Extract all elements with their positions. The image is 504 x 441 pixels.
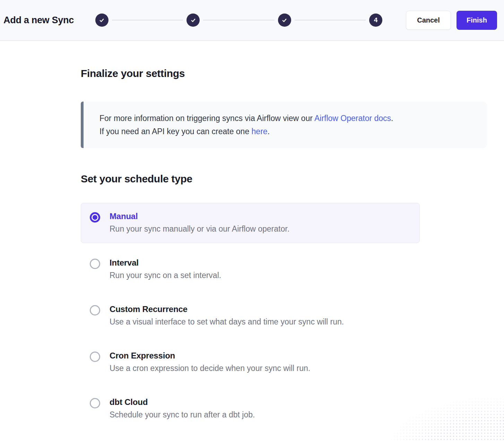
option-description: Use a visual interface to set what days … xyxy=(110,317,344,327)
option-label: Manual xyxy=(110,211,289,221)
step-4-current[interactable]: 4 xyxy=(369,14,382,27)
wizard-header: Add a new Sync 4 Cancel Finish xyxy=(0,0,504,41)
schedule-type-heading: Set your schedule type xyxy=(81,173,504,185)
radio-unchecked-icon[interactable] xyxy=(90,398,100,408)
check-icon xyxy=(281,17,287,23)
option-manual[interactable]: Manual Run your sync manually or via our… xyxy=(81,203,420,243)
step-number: 4 xyxy=(374,16,378,24)
finish-button[interactable]: Finish xyxy=(457,11,497,30)
callout-line-2: If you need an API key you can create on… xyxy=(99,125,473,138)
schedule-type-options: Manual Run your sync manually or via our… xyxy=(81,203,504,441)
cancel-button[interactable]: Cancel xyxy=(406,11,451,30)
check-icon xyxy=(99,17,105,23)
option-dbt-cloud[interactable]: dbt Cloud Schedule your sync to run afte… xyxy=(81,389,420,429)
create-api-key-link[interactable]: here xyxy=(252,127,268,136)
step-connector xyxy=(203,20,274,20)
option-description: Schedule your sync to run after a dbt jo… xyxy=(110,410,255,420)
wizard-stepper: 4 xyxy=(95,14,382,27)
callout-text: . xyxy=(268,127,270,136)
info-callout: For more information on triggering syncs… xyxy=(81,102,487,148)
main-content: Finalize your settings For more informat… xyxy=(0,68,504,441)
option-label: Custom Recurrence xyxy=(110,304,344,314)
callout-text: If you need an API key you can create on… xyxy=(99,127,252,136)
option-description: Use a cron expression to decide when you… xyxy=(110,364,310,373)
airflow-operator-docs-link[interactable]: Airflow Operator docs xyxy=(314,114,391,123)
finalize-settings-heading: Finalize your settings xyxy=(81,68,504,79)
radio-unchecked-icon[interactable] xyxy=(90,352,100,362)
option-description: Run your sync manually or via our Airflo… xyxy=(110,224,289,234)
option-interval[interactable]: Interval Run your sync on a set interval… xyxy=(81,249,420,289)
option-custom-recurrence[interactable]: Custom Recurrence Use a visual interface… xyxy=(81,296,420,336)
callout-text: . xyxy=(391,114,393,123)
radio-unchecked-icon[interactable] xyxy=(90,259,100,269)
radio-checked-icon[interactable] xyxy=(90,212,100,223)
option-label: Interval xyxy=(110,258,221,268)
step-1-complete[interactable] xyxy=(95,14,108,27)
step-connector xyxy=(112,20,183,20)
option-description: Run your sync on a set interval. xyxy=(110,271,221,280)
step-3-complete[interactable] xyxy=(278,14,291,27)
page-title: Add a new Sync xyxy=(3,15,74,26)
check-icon xyxy=(190,17,196,23)
option-label: dbt Cloud xyxy=(110,397,255,407)
radio-unchecked-icon[interactable] xyxy=(90,305,100,315)
step-2-complete[interactable] xyxy=(186,14,200,27)
option-cron-expression[interactable]: Cron Expression Use a cron expression to… xyxy=(81,342,420,382)
callout-text: For more information on triggering syncs… xyxy=(99,114,314,123)
callout-line-1: For more information on triggering syncs… xyxy=(99,112,473,125)
step-connector xyxy=(295,20,366,20)
option-label: Cron Expression xyxy=(110,351,310,361)
